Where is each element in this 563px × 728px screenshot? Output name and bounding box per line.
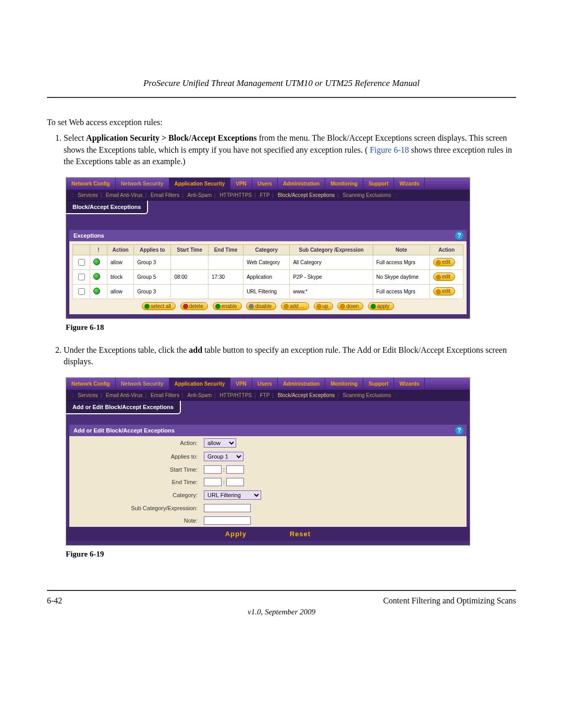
applies-select[interactable]: Group 1 xyxy=(204,452,243,461)
tab-support[interactable]: Support xyxy=(363,378,394,390)
end-hour-input[interactable] xyxy=(204,478,222,486)
action-select[interactable]: allow xyxy=(204,438,236,448)
sub-nav: :: Services| Email Anti-Virus| Email Fil… xyxy=(66,190,470,201)
main-nav-2: Network Config Network Security Applicat… xyxy=(66,378,470,390)
intro-line: To set Web access exception rules: xyxy=(47,117,516,128)
tab-network-config[interactable]: Network Config xyxy=(66,178,116,190)
manual-header: ProSecure Unified Threat Management UTM1… xyxy=(47,78,516,98)
table-button-row: select all delete enable disable add ...… xyxy=(72,299,463,311)
tab-vpn[interactable]: VPN xyxy=(230,178,252,190)
label-start: Start Time: xyxy=(69,463,201,476)
table-row: block Group 5 08:00 17:30 Application P2… xyxy=(73,269,463,284)
help-icon[interactable]: ? xyxy=(455,231,463,240)
tab-users[interactable]: Users xyxy=(252,378,278,390)
page-tab-block-accept: Block/Accept Exceptions xyxy=(66,201,148,214)
select-all-button[interactable]: select all xyxy=(142,302,176,310)
category-select[interactable]: URL Filtering xyxy=(204,490,261,500)
delete-button[interactable]: delete xyxy=(180,302,208,310)
step-list: Select Application Security > Block/Acce… xyxy=(47,132,516,167)
subnav-email-av[interactable]: Email Anti-Virus xyxy=(106,392,142,398)
row-checkbox[interactable] xyxy=(78,288,85,295)
note-input[interactable] xyxy=(204,516,251,525)
table-row: allow Group 3 Web Category All Category … xyxy=(73,255,463,269)
tab-wizards[interactable]: Wizards xyxy=(394,178,425,190)
step-list-2: Under the Exceptions table, click the ad… xyxy=(47,344,516,368)
down-button[interactable]: down xyxy=(337,302,363,310)
label-end: End Time: xyxy=(69,476,201,488)
main-nav: Network Config Network Security Applicat… xyxy=(66,178,470,190)
tab-network-security[interactable]: Network Security xyxy=(116,178,169,190)
tab-network-config[interactable]: Network Config xyxy=(66,378,116,390)
tab-application-security[interactable]: Application Security xyxy=(169,178,231,190)
tab-support[interactable]: Support xyxy=(363,178,394,190)
exceptions-table: ! Action Applies to Start Time End Time … xyxy=(72,244,463,299)
label-category: Category: xyxy=(69,488,201,502)
form-submit-row: Apply Reset xyxy=(66,527,470,541)
start-min-input[interactable] xyxy=(226,465,244,474)
figure-6-19-screenshot: Network Config Network Security Applicat… xyxy=(66,377,470,546)
label-action: Action: xyxy=(69,436,201,450)
subcat-input[interactable] xyxy=(204,504,251,512)
page: ProSecure Unified Threat Management UTM1… xyxy=(0,0,563,728)
tab-application-security[interactable]: Application Security xyxy=(169,378,231,390)
subnav-services[interactable]: Services xyxy=(78,192,97,198)
figure-6-19-caption: Figure 6-19 xyxy=(66,550,516,559)
tab-monitoring[interactable]: Monitoring xyxy=(325,178,363,190)
sub-nav-2: :: Services| Email Anti-Virus| Email Fil… xyxy=(66,390,470,401)
subnav-anti-spam[interactable]: Anti-Spam xyxy=(187,192,212,198)
apply-button[interactable]: Apply xyxy=(225,530,247,538)
start-hour-input[interactable] xyxy=(204,465,222,474)
step-1: Select Application Security > Block/Acce… xyxy=(64,132,516,167)
edit-button[interactable]: edit xyxy=(433,287,455,295)
page-number: 6-42 xyxy=(47,596,62,606)
tab-network-security[interactable]: Network Security xyxy=(116,378,169,390)
fig-ref-6-18[interactable]: Figure 6-18 xyxy=(370,145,409,154)
end-min-input[interactable] xyxy=(226,478,244,486)
tab-monitoring[interactable]: Monitoring xyxy=(325,378,363,390)
status-dot-icon xyxy=(93,273,100,280)
subnav-http[interactable]: HTTP/HTTPS xyxy=(219,192,252,198)
subnav-anti-spam[interactable]: Anti-Spam xyxy=(187,392,212,398)
figure-6-18-caption: Figure 6-18 xyxy=(66,323,516,332)
body-text: To set Web access exception rules: Selec… xyxy=(47,117,516,168)
subnav-block-accept[interactable]: Block/Accept Exceptions xyxy=(278,192,335,198)
label-subcat: Sub Category/Expression: xyxy=(69,502,201,514)
subnav-services[interactable]: Services xyxy=(78,392,97,398)
up-button[interactable]: up xyxy=(314,302,333,310)
apply-button[interactable]: apply xyxy=(368,302,394,310)
page-tab-add-edit: Add or Edit Block/Accept Exceptions xyxy=(66,401,181,414)
tab-administration[interactable]: Administration xyxy=(278,378,326,390)
subnav-scanning-excl[interactable]: Scanning Exclusions xyxy=(343,192,391,198)
edit-button[interactable]: edit xyxy=(433,258,455,266)
subnav-block-accept[interactable]: Block/Accept Exceptions xyxy=(278,392,335,398)
enable-button[interactable]: enable xyxy=(213,302,242,310)
subnav-email-filters[interactable]: Email Filters xyxy=(151,392,179,398)
page-footer: 6-42 Content Filtering and Optimizing Sc… xyxy=(47,590,516,616)
step-2: Under the Exceptions table, click the ad… xyxy=(64,344,516,368)
edit-button[interactable]: edit xyxy=(433,273,455,280)
tab-vpn[interactable]: VPN xyxy=(230,378,252,390)
add-button[interactable]: add ... xyxy=(281,302,309,310)
subnav-ftp[interactable]: FTP xyxy=(260,392,270,398)
panel-header-add-edit: Add or Edit Block/Accept Exceptions ? xyxy=(69,425,467,436)
subnav-ftp[interactable]: FTP xyxy=(260,192,270,198)
help-icon[interactable]: ? xyxy=(455,426,463,435)
table-row: allow Group 3 URL Filtering www.* Full a… xyxy=(73,284,463,299)
row-checkbox[interactable] xyxy=(78,259,85,266)
tab-administration[interactable]: Administration xyxy=(278,178,326,190)
status-dot-icon xyxy=(93,288,100,294)
subnav-http[interactable]: HTTP/HTTPS xyxy=(219,392,252,398)
row-checkbox[interactable] xyxy=(78,274,85,280)
tab-wizards[interactable]: Wizards xyxy=(394,378,425,390)
label-applies: Applies to: xyxy=(69,450,201,463)
subnav-scanning-excl[interactable]: Scanning Exclusions xyxy=(343,392,391,398)
panel-header-exceptions: Exceptions ? xyxy=(69,230,467,241)
chapter-title: Content Filtering and Optimizing Scans xyxy=(383,596,516,606)
tab-users[interactable]: Users xyxy=(252,178,278,190)
version-line: v1.0, September 2009 xyxy=(47,608,516,616)
status-dot-icon xyxy=(93,258,100,265)
subnav-email-filters[interactable]: Email Filters xyxy=(151,192,179,198)
reset-button[interactable]: Reset xyxy=(290,530,311,538)
subnav-email-av[interactable]: Email Anti-Virus xyxy=(106,192,142,198)
disable-button[interactable]: disable xyxy=(246,302,276,310)
